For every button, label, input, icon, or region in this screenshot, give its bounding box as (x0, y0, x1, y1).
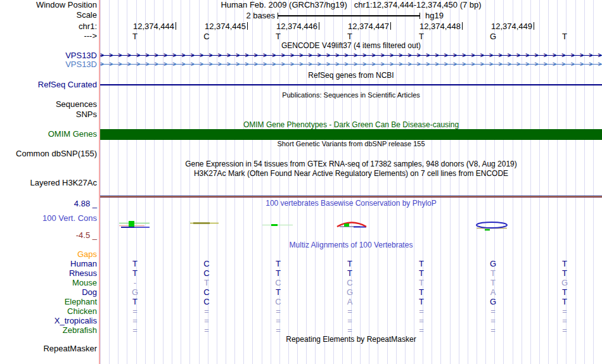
exon-direction-arrow-icon: > (589, 60, 592, 68)
exon-direction-arrow-icon: > (155, 60, 158, 68)
omim-gene-bar[interactable] (100, 129, 602, 140)
alignment-base: A (347, 298, 353, 306)
species-label-zebrafish[interactable]: Zebrafish (0, 326, 97, 335)
species-label-mouse[interactable]: Mouse (0, 279, 97, 287)
species-label-chicken[interactable]: Chicken (0, 307, 97, 316)
exon-direction-arrow-icon: > (317, 51, 321, 59)
exon-direction-arrow-icon: > (145, 51, 149, 59)
alignment-base: = (276, 326, 281, 335)
species-label-dog[interactable]: Dog (0, 288, 97, 297)
exon-direction-arrow-icon: > (290, 60, 294, 68)
repeatmasker-track-title[interactable]: Repeating Elements by RepeatMasker (100, 336, 602, 344)
exon-direction-arrow-icon: > (462, 51, 466, 59)
track-label-100-vert-cons[interactable]: 100 Vert. Cons (0, 214, 97, 223)
publications-track-title[interactable]: Publications: Sequences in Scientific Ar… (100, 91, 602, 99)
conservation-max-value: 4.88 _ (0, 199, 97, 208)
exon-direction-arrow-icon: > (553, 60, 556, 68)
alignment-base: C (347, 279, 352, 287)
exon-direction-arrow-icon: > (544, 60, 548, 68)
exon-direction-arrow-icon: > (516, 51, 520, 59)
reference-base: T (419, 32, 424, 41)
alignment-base: C (203, 260, 209, 268)
gtex-track-title[interactable]: Gene Expression in 54 tissues from GTEx … (100, 160, 602, 168)
exon-direction-arrow-icon: > (109, 51, 113, 59)
gene-label-vps13d-1[interactable]: VPS13D (0, 51, 97, 60)
gene-body-vps13d-2[interactable]: >>>>>>>>>>>>>>>>>>>>>>>>>>>>>>>>>>>>>>>>… (100, 60, 602, 68)
h3k27ac-baseline-bottom (100, 197, 602, 198)
alignment-base: T (347, 260, 352, 268)
track-label-layered-h3k27ac[interactable]: Layered H3K27Ac (0, 179, 97, 187)
exon-direction-arrow-icon: > (408, 60, 412, 68)
exon-direction-arrow-icon: > (191, 60, 195, 68)
scale-bar-right-tick (419, 13, 420, 19)
exon-direction-arrow-icon: > (308, 51, 312, 59)
exon-direction-arrow-icon: > (145, 60, 149, 68)
gencode-track-title[interactable]: GENCODE V49lift37 (4 items filtered out) (100, 42, 602, 50)
alignment-base: C (203, 298, 209, 306)
refseq-gene-line[interactable] (100, 84, 602, 85)
exon-direction-arrow-icon: > (263, 51, 267, 59)
species-label-elephant[interactable]: Elephant (0, 298, 97, 306)
track-label-snps[interactable]: SNPs (0, 110, 97, 119)
track-label-common-dbsnp[interactable]: Common dbSNP(155) (0, 149, 97, 158)
scale-bar (278, 15, 420, 16)
exon-direction-arrow-icon: > (544, 51, 548, 59)
exon-direction-arrow-icon: > (390, 60, 394, 68)
alignment-base: T (562, 269, 567, 278)
exon-direction-arrow-icon: > (308, 60, 312, 68)
exon-direction-arrow-icon: > (381, 51, 385, 59)
exon-direction-arrow-icon: > (335, 60, 339, 68)
ruler-position-label: 12,374,448 (408, 22, 461, 31)
exon-direction-arrow-icon: > (326, 60, 330, 68)
h3k27ac-track-title[interactable]: H3K27Ac Mark (Often Found Near Active Re… (100, 170, 602, 178)
gene-label-vps13d-2[interactable]: VPS13D (0, 60, 97, 69)
exon-direction-arrow-icon: > (100, 51, 104, 59)
exon-direction-arrow-icon: > (345, 51, 349, 59)
species-label-human[interactable]: Human (0, 260, 97, 268)
exon-direction-arrow-icon: > (163, 51, 167, 59)
refseq-track-title[interactable]: RefSeq genes from NCBI (100, 72, 602, 80)
reference-base: T (347, 32, 352, 41)
track-label-refseq-curated[interactable]: RefSeq Curated (0, 80, 97, 89)
exon-direction-arrow-icon: > (127, 51, 131, 59)
exon-direction-arrow-icon: > (571, 60, 575, 68)
alignment-base: T (276, 288, 281, 297)
exon-direction-arrow-icon: > (208, 60, 212, 68)
exon-direction-arrow-icon: > (498, 60, 502, 68)
exon-direction-arrow-icon: > (263, 60, 267, 68)
track-label-omim-genes[interactable]: OMIM Genes (0, 130, 97, 139)
exon-direction-arrow-icon: > (172, 60, 176, 68)
omim-track-title[interactable]: OMIM Gene Phenotypes - Dark Green Can Be… (100, 121, 602, 129)
alignment-base: = (490, 307, 496, 316)
species-label-rhesus[interactable]: Rhesus (0, 269, 97, 278)
gene-body-vps13d-1[interactable]: >>>>>>>>>>>>>>>>>>>>>>>>>>>>>>>>>>>>>>>>… (100, 51, 602, 60)
multiz-track-title[interactable]: Multiz Alignments of 100 Vertebrates (100, 241, 602, 249)
genome-browser-image: Window Position Human Feb. 2009 (GRCh37/… (0, 0, 602, 364)
exon-direction-arrow-icon: > (236, 51, 240, 59)
reference-base: T (132, 32, 138, 41)
exon-direction-arrow-icon: > (100, 60, 104, 68)
alignment-base: T (419, 269, 424, 278)
exon-direction-arrow-icon: > (580, 60, 584, 68)
scale-bar-left-tick (278, 13, 278, 19)
track-label-sequences[interactable]: Sequences (0, 100, 97, 109)
exon-direction-arrow-icon: > (480, 51, 484, 59)
alignment-base: C (203, 288, 209, 297)
exon-direction-arrow-icon: > (462, 60, 466, 68)
phylop-track-title[interactable]: 100 vertebrates Basewise Conservation by… (100, 199, 602, 208)
exon-direction-arrow-icon: > (489, 51, 493, 59)
dbsnp-track-title[interactable]: Short Genetic Variants from dbSNP releas… (100, 140, 602, 148)
exon-direction-arrow-icon: > (435, 60, 439, 68)
species-label-x_tropicalis[interactable]: X_tropicalis (0, 317, 97, 325)
alignment-base: T (419, 279, 424, 287)
exon-direction-arrow-icon: > (236, 60, 240, 68)
alignment-base: = (562, 307, 567, 316)
exon-direction-arrow-icon: > (508, 51, 511, 59)
species-label-gaps[interactable]: Gaps (0, 250, 97, 259)
exon-direction-arrow-icon: > (290, 51, 294, 59)
exon-direction-arrow-icon: > (254, 51, 258, 59)
alignment-base: = (419, 317, 424, 325)
alignment-base: T (276, 269, 281, 278)
track-label-repeatmasker[interactable]: RepeatMasker (0, 344, 97, 353)
exon-direction-arrow-icon: > (362, 60, 366, 68)
